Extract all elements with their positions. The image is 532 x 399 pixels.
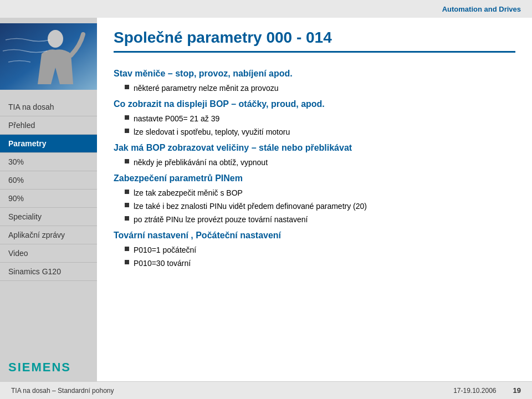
bullet-text-5: lze tak zabezpečit měnič s BOP bbox=[134, 187, 243, 199]
bullet-8: P010=1 počáteční bbox=[125, 244, 515, 256]
bullet-text-4: někdy je přeblikávání na obtíž, vypnout bbox=[134, 157, 268, 168]
sidebar-item-video[interactable]: Video bbox=[0, 244, 97, 263]
sidebar-item-aplikacni[interactable]: Aplikační zprávy bbox=[0, 226, 97, 244]
sidebar-item-prehled[interactable]: Přehled bbox=[0, 116, 97, 135]
sidebar-image bbox=[0, 23, 97, 90]
content-area: Společné parametry 000 - 014 Stav měniče… bbox=[97, 18, 532, 381]
section-jakbop: Jak má BOP zobrazovat veličiny – stále n… bbox=[114, 141, 515, 155]
footer: TIA na dosah – Standardní pohony 17-19.1… bbox=[0, 381, 532, 399]
bullet-6: lze také i bez znalosti PINu vidět přede… bbox=[125, 201, 515, 212]
content-body: Stav měniče – stop, provoz, nabíjení apo… bbox=[114, 64, 515, 376]
bullet-text-3: lze sledovat i spotřebu, teploty, využit… bbox=[134, 126, 290, 138]
bullet-1: některé parametry nelze měnit za provozu bbox=[125, 83, 515, 94]
bullet-text-9: P010=30 tovární bbox=[134, 258, 191, 269]
sidebar: TIA na dosahPřehledParametry30%60%90%Spe… bbox=[0, 18, 97, 381]
bullet-icon-2 bbox=[125, 115, 129, 120]
sidebar-item-parametry[interactable]: Parametry bbox=[0, 135, 97, 153]
bullet-text-7: po ztrátě PINu lze provézt pouze tovární… bbox=[134, 214, 308, 226]
bullet-icon-8 bbox=[125, 247, 129, 251]
main-area: TIA na dosahPřehledParametry30%60%90%Spe… bbox=[0, 18, 532, 381]
brand-text: Automation and Drives bbox=[442, 5, 521, 13]
sidebar-item-30[interactable]: 30% bbox=[0, 153, 97, 171]
sidebar-item-sinamics[interactable]: Sinamics G120 bbox=[0, 263, 97, 281]
footer-date: 17-19.10.2006 bbox=[453, 387, 496, 395]
bullet-icon-7 bbox=[125, 216, 129, 221]
bullet-icon-6 bbox=[125, 203, 129, 207]
bullet-3: lze sledovat i spotřebu, teploty, využit… bbox=[125, 126, 515, 138]
sidebar-item-speciality[interactable]: Speciality bbox=[0, 208, 97, 226]
section-cobop: Co zobrazit na displeji BOP – otáčky, pr… bbox=[114, 98, 515, 111]
bullet-text-2: nastavte P005= 21 až 39 bbox=[134, 113, 219, 125]
bullet-icon-5 bbox=[125, 190, 129, 194]
svg-point-1 bbox=[48, 30, 63, 48]
footer-left-text: TIA na dosah – Standardní pohony bbox=[11, 387, 114, 395]
bullet-text-1: některé parametry nelze měnit za provozu bbox=[134, 83, 278, 94]
bullet-icon-3 bbox=[125, 129, 129, 133]
page-title: Společné parametry 000 - 014 bbox=[114, 29, 515, 53]
sidebar-nav: TIA na dosahPřehledParametry30%60%90%Spe… bbox=[0, 95, 97, 284]
section-tovarni: Tovární nastavení , Počáteční nastavení bbox=[114, 229, 515, 242]
bullet-text-6: lze také i bez znalosti PINu vidět přede… bbox=[134, 201, 367, 212]
footer-page-number: 19 bbox=[513, 386, 521, 395]
sidebar-item-60[interactable]: 60% bbox=[0, 171, 97, 190]
section-stav: Stav měniče – stop, provoz, nabíjení apo… bbox=[114, 67, 515, 80]
sidebar-illustration bbox=[0, 23, 97, 90]
bullet-4: někdy je přeblikávání na obtíž, vypnout bbox=[125, 157, 515, 168]
siemens-logo-text: SIEMENS bbox=[8, 360, 71, 374]
bullet-9: P010=30 tovární bbox=[125, 258, 515, 269]
bullet-2: nastavte P005= 21 až 39 bbox=[125, 113, 515, 125]
bullet-7: po ztrátě PINu lze provézt pouze tovární… bbox=[125, 214, 515, 226]
siemens-logo-area: SIEMENS bbox=[0, 354, 97, 381]
sidebar-item-90[interactable]: 90% bbox=[0, 190, 97, 208]
top-bar: Automation and Drives bbox=[0, 0, 532, 18]
footer-right: 17-19.10.2006 19 bbox=[453, 386, 521, 395]
bullet-5: lze tak zabezpečit měnič s BOP bbox=[125, 187, 515, 199]
section-zabez: Zabezpečení parametrů PINem bbox=[114, 172, 515, 185]
sidebar-item-tia[interactable]: TIA na dosah bbox=[0, 98, 97, 116]
bullet-text-8: P010=1 počáteční bbox=[134, 244, 196, 256]
bullet-icon bbox=[125, 85, 129, 89]
bullet-icon-9 bbox=[125, 260, 129, 264]
bullet-icon-4 bbox=[125, 159, 129, 163]
